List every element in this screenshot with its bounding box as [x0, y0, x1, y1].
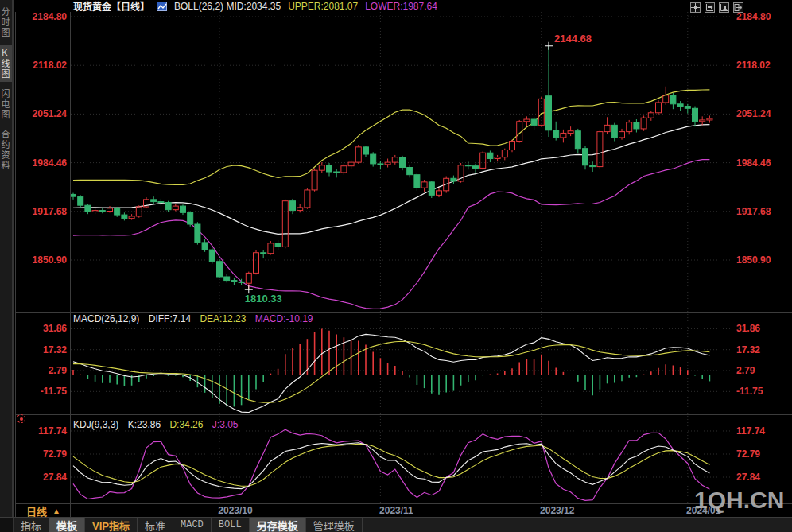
svg-text:2184.80: 2184.80	[33, 11, 68, 22]
svg-text:1917.68: 1917.68	[736, 206, 771, 217]
chart-header: 现货黄金【日线】 BOLL(26,2) MID:2034.35 UPPER:20…	[73, 0, 437, 12]
svg-text:31.86: 31.86	[43, 323, 67, 334]
footer-tab-4[interactable]: 标准	[138, 518, 173, 532]
boll-layer	[73, 90, 709, 309]
macd-header: MACD(26,12,9) DIFF:7.14 DEA:12.23 MACD:-…	[73, 313, 320, 324]
svg-text:2023/10: 2023/10	[218, 505, 253, 516]
svg-text:2023/11: 2023/11	[379, 505, 413, 516]
toolbar-corner	[0, 518, 14, 532]
svg-text:1850.90: 1850.90	[33, 254, 68, 266]
y-axis-left: 2184.802118.022051.241984.461917.681850.…	[33, 11, 68, 483]
footer-tab-7[interactable]: 另存模板	[250, 518, 306, 532]
kdj-k-value: K:23.86	[128, 419, 161, 430]
period-label: 日线	[26, 503, 47, 518]
svg-text:2.79: 2.79	[49, 365, 68, 376]
kdj-header: KDJ(9,3,3) K:23.86 D:34.26 J:3.05	[73, 419, 245, 430]
kdj-settings-icon[interactable]	[17, 414, 25, 423]
svg-text:117.74: 117.74	[736, 425, 765, 437]
kdj-d-value: D:34.26	[169, 419, 203, 430]
kdj-j-value: J:3.05	[212, 419, 239, 430]
svg-text:27.84: 27.84	[736, 472, 760, 483]
svg-text:-11.75: -11.75	[41, 386, 68, 397]
footer-tab-1[interactable]: 指标	[14, 518, 49, 532]
crosshair-icon[interactable]	[690, 2, 701, 13]
svg-text:2051.24: 2051.24	[736, 108, 771, 119]
annotations: 2144.681810.33	[245, 33, 592, 305]
svg-text:2051.24: 2051.24	[33, 108, 68, 119]
period-arrow-icon: ▲	[52, 507, 60, 515]
boll-indicator-label: BOLL(26,2) MID:2034.35	[174, 1, 281, 12]
y-axis-right: 2184.802118.022051.241984.461917.681850.…	[736, 11, 771, 483]
x-axis-labels: 2023/102023/112023/122024/01	[218, 505, 721, 516]
svg-text:2118.02: 2118.02	[736, 60, 771, 71]
footer-tab-6[interactable]: BOLL	[212, 518, 250, 532]
footer-tab-3[interactable]: VIP指标	[85, 518, 138, 532]
line-chart-icon	[157, 2, 167, 11]
panel-dividers	[0, 12, 792, 518]
svg-text:2184.80: 2184.80	[736, 11, 771, 22]
svg-text:17.32: 17.32	[43, 344, 67, 355]
svg-text:1984.46: 1984.46	[33, 157, 68, 169]
watermark: 1QH.CN	[694, 487, 784, 514]
footer-tab-8[interactable]: 管理模板	[306, 518, 363, 532]
svg-text:1810.33: 1810.33	[245, 293, 282, 305]
boll-upper-value: UPPER:2081.07	[288, 1, 358, 12]
kdj-layer	[73, 429, 709, 500]
svg-text:17.32: 17.32	[736, 344, 760, 355]
svg-text:2.79: 2.79	[736, 365, 755, 376]
header-toolbar	[690, 2, 743, 13]
footer-toolbar: 指标模板VIP指标标准MACDBOLL另存模板管理模板	[0, 518, 792, 532]
footer-tab-5[interactable]: MACD	[173, 518, 212, 532]
svg-text:27.84: 27.84	[43, 472, 67, 483]
svg-text:117.74: 117.74	[38, 425, 67, 437]
fit-y-axis-icon[interactable]	[719, 2, 729, 13]
boll-lower-value: LOWER:1987.64	[365, 1, 437, 12]
toolbar-tabs: 指标模板VIP指标标准MACDBOLL另存模板管理模板	[14, 518, 363, 532]
svg-text:2023/12: 2023/12	[540, 505, 575, 516]
svg-text:72.79: 72.79	[736, 449, 760, 460]
fit-x-axis-icon[interactable]	[705, 2, 715, 13]
macd-diff-value: DIFF:7.14	[149, 313, 191, 324]
exit-right-icon[interactable]	[733, 2, 743, 13]
app-root: 分时图 K线图 闪电图 合约资料 现货黄金【日线】 BOLL(26,2) MID…	[0, 0, 792, 532]
svg-text:1984.46: 1984.46	[736, 157, 771, 169]
svg-text:1850.90: 1850.90	[736, 254, 771, 266]
macd-params-label: MACD(26,12,9)	[73, 313, 139, 324]
page-title: 现货黄金【日线】	[73, 0, 149, 13]
period-selector[interactable]: 日线 ▲	[16, 504, 69, 517]
svg-text:2118.02: 2118.02	[33, 60, 67, 71]
footer-tab-2[interactable]: 模板	[49, 518, 85, 532]
svg-text:2144.68: 2144.68	[554, 33, 592, 45]
kdj-params-label: KDJ(9,3,3)	[73, 419, 118, 430]
svg-text:31.86: 31.86	[736, 323, 760, 334]
macd-macd-value: MACD:-10.19	[255, 313, 313, 324]
svg-text:-11.75: -11.75	[736, 386, 763, 397]
candles-layer	[71, 46, 712, 289]
macd-dea-value: DEA:12.23	[200, 313, 246, 324]
svg-text:1917.68: 1917.68	[33, 206, 68, 217]
svg-text:72.79: 72.79	[43, 449, 67, 460]
macd-layer	[73, 328, 709, 412]
main-chart[interactable]: 2184.802118.022051.241984.461917.681850.…	[0, 0, 792, 518]
boll-mid-value: MID:2034.35	[226, 1, 281, 12]
